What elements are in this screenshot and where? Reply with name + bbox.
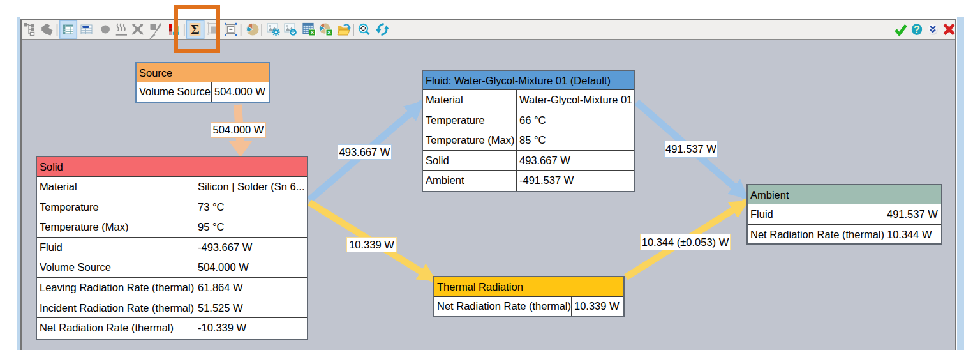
svg-text:X: X [327,29,332,36]
svg-text:?: ? [914,24,920,35]
svg-text:X: X [310,29,315,36]
